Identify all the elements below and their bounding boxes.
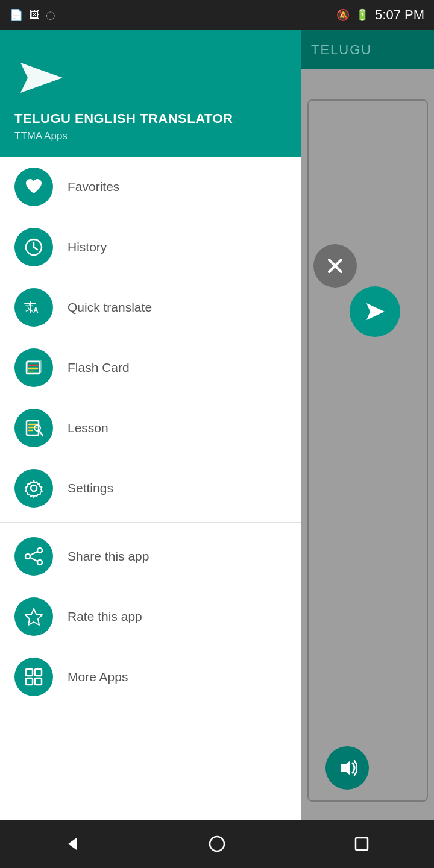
more-apps-icon-circle (14, 658, 53, 696)
translation-box (307, 99, 428, 802)
svg-point-35 (210, 837, 224, 851)
lesson-icon-circle (14, 409, 53, 447)
menu-item-share[interactable]: Share this app (0, 526, 301, 587)
settings-icon-circle (14, 469, 53, 508)
battery-icon: 🔋 (356, 8, 369, 22)
main-container: TELUGU (0, 30, 434, 868)
navigation-drawer: TELUGU ENGLISH TRANSLATOR TTMA Apps Favo… (0, 30, 301, 868)
lesson-label: Lesson (68, 421, 108, 435)
right-panel: TELUGU (301, 30, 434, 868)
gear-icon (24, 478, 44, 498)
recents-button[interactable] (344, 826, 380, 862)
menu-divider (0, 522, 301, 523)
volume-button[interactable] (326, 746, 369, 790)
menu-item-lesson[interactable]: Lesson (0, 398, 301, 458)
svg-marker-34 (68, 838, 77, 850)
flash-card-label: Flash Card (68, 360, 130, 375)
doc-icon: 📄 (10, 8, 23, 22)
svg-rect-30 (26, 669, 33, 676)
drawer-menu: Favorites History 文 (0, 157, 301, 868)
lesson-icon (24, 418, 44, 438)
svg-point-23 (31, 485, 37, 491)
svg-line-7 (34, 247, 37, 250)
status-time: 5:07 PM (375, 7, 424, 23)
svg-line-27 (30, 552, 37, 555)
svg-marker-3 (341, 761, 350, 775)
svg-marker-2 (366, 303, 385, 320)
grid-icon (24, 667, 44, 687)
right-panel-header: TELUGU (301, 30, 434, 69)
favorites-label: Favorites (68, 180, 119, 194)
more-apps-label: More Apps (68, 670, 128, 684)
right-panel-title: TELUGU (311, 42, 372, 58)
loader-icon: ◌ (46, 8, 55, 22)
menu-item-favorites[interactable]: Favorites (0, 157, 301, 217)
share-label: Share this app (68, 549, 149, 564)
translate-icon: 文 A (24, 297, 44, 318)
app-subtitle: TTMA Apps (14, 130, 287, 142)
svg-line-28 (30, 558, 37, 561)
history-label: History (68, 240, 107, 254)
history-icon-circle (14, 228, 53, 266)
share-icon-circle (14, 537, 53, 576)
menu-item-history[interactable]: History (0, 217, 301, 277)
back-button[interactable] (54, 826, 90, 862)
svg-point-24 (37, 548, 42, 553)
status-icons-right: 🔕 🔋 5:07 PM (336, 7, 424, 23)
heart-icon (24, 177, 44, 197)
menu-item-more-apps[interactable]: More Apps (0, 647, 301, 707)
svg-rect-33 (35, 678, 42, 685)
notification-off-icon: 🔕 (336, 8, 350, 22)
home-button[interactable] (199, 826, 235, 862)
send-button[interactable] (350, 286, 400, 337)
app-title: TELUGU ENGLISH TRANSLATOR (14, 111, 287, 127)
svg-point-26 (25, 554, 30, 559)
menu-item-flash-card[interactable]: Flash Card (0, 338, 301, 398)
bottom-navigation (0, 820, 434, 868)
rate-icon-circle (14, 597, 53, 636)
share-icon (24, 546, 44, 567)
flash-card-icon-circle (14, 348, 53, 387)
menu-item-quick-translate[interactable]: 文 A Quick translate (0, 277, 301, 338)
settings-label: Settings (68, 481, 113, 495)
app-logo (14, 57, 287, 101)
star-icon (24, 606, 44, 627)
menu-item-rate[interactable]: Rate this app (0, 587, 301, 647)
translate-icon-circle: 文 A (14, 288, 53, 327)
photo-icon: 🖼 (29, 9, 40, 22)
svg-text:A: A (33, 306, 39, 315)
svg-rect-36 (356, 838, 368, 850)
clock-icon (24, 237, 44, 257)
flash-card-icon (24, 357, 44, 378)
rate-label: Rate this app (68, 609, 142, 624)
svg-rect-31 (35, 669, 42, 676)
svg-point-25 (37, 560, 42, 565)
favorites-icon-circle (14, 168, 53, 206)
menu-item-settings[interactable]: Settings (0, 458, 301, 518)
svg-marker-4 (20, 63, 63, 93)
close-button[interactable] (313, 244, 357, 288)
status-bar: 📄 🖼 ◌ 🔕 🔋 5:07 PM (0, 0, 434, 30)
status-icons-left: 📄 🖼 ◌ (10, 8, 55, 22)
svg-rect-32 (26, 678, 33, 685)
svg-marker-29 (25, 609, 42, 625)
drawer-header: TELUGU ENGLISH TRANSLATOR TTMA Apps (0, 30, 301, 157)
quick-translate-label: Quick translate (68, 300, 152, 315)
right-panel-body (301, 69, 434, 868)
